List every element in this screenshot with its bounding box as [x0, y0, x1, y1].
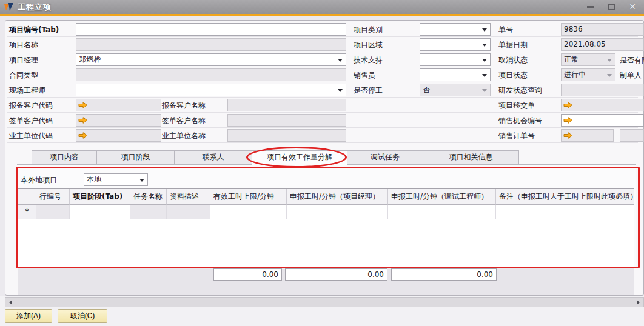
- cancel-button[interactable]: 取消(C): [58, 309, 107, 323]
- label-project-manager: 项目经理: [9, 54, 38, 66]
- grid-cell-remark[interactable]: [496, 205, 634, 219]
- grid-cell-declared-hours-engineer[interactable]: [388, 205, 496, 219]
- tab-project-related-info[interactable]: 项目相关信息: [423, 150, 519, 164]
- combo-salesperson[interactable]: [420, 68, 491, 81]
- tab-project-phase[interactable]: 项目阶段: [96, 150, 175, 164]
- tab-contacts[interactable]: 联系人: [174, 150, 252, 164]
- tab-project-content[interactable]: 项目内容: [32, 150, 97, 164]
- total-max-hours: 0.00: [213, 268, 282, 281]
- tab-effective-workload[interactable]: 项目有效工作量分解: [252, 150, 347, 165]
- grid-header-declared-hours-engineer[interactable]: 申报工时/分钟（调试工程师）: [388, 189, 496, 205]
- cancel-button-label-end: ): [92, 311, 95, 320]
- label-signed-customer-name: 签单客户名称: [162, 115, 206, 127]
- link-arrow-icon[interactable]: [563, 116, 573, 124]
- combo-is-stopped: 否: [420, 84, 491, 96]
- row-divider: [7, 142, 638, 143]
- field-doc-number: 9836: [561, 23, 644, 36]
- combo-project-manager[interactable]: 郑熠桦: [76, 53, 346, 66]
- row-divider: [7, 112, 638, 113]
- label-has-attachment: 是否有附件: [620, 54, 644, 66]
- input-project-name: [76, 38, 346, 51]
- scroll-left-icon[interactable]: [9, 300, 12, 305]
- grid-header-project-phase[interactable]: 项目阶段(Tab): [70, 189, 130, 205]
- grid-header-max-hours[interactable]: 有效工时上限/分钟: [210, 189, 287, 205]
- label-project-status: 项目状态: [498, 69, 528, 81]
- grid-header-task-name[interactable]: 任务名称: [130, 189, 167, 205]
- combo-local-remote-project[interactable]: 本地: [84, 173, 148, 186]
- label-project-category: 项目类别: [354, 24, 383, 36]
- label-doc-creator: 制单人: [620, 69, 642, 81]
- link-arrow-icon[interactable]: [78, 131, 88, 139]
- label-reported-customer-name: 报备客户名称: [162, 99, 206, 111]
- grid-cell-project-phase[interactable]: [70, 205, 130, 219]
- total-declared-hours-engineer: 0.00: [391, 268, 497, 281]
- window-controls: [585, 0, 638, 14]
- grid-header-row-selector[interactable]: [18, 189, 36, 205]
- label-project-number: 项目编号(Tab): [9, 24, 59, 36]
- grid-cell-declared-hours-pm[interactable]: [287, 205, 388, 219]
- link-arrow-icon[interactable]: [563, 101, 573, 109]
- field-sales-opportunity-no[interactable]: [561, 114, 644, 127]
- grid-cell-max-hours[interactable]: [210, 205, 287, 219]
- combo-tech-support[interactable]: [420, 53, 491, 66]
- link-owner-unit-code[interactable]: 业主单位代码: [9, 130, 53, 142]
- app-logo-icon: [4, 2, 14, 12]
- field-project-transfer-doc: [561, 99, 644, 111]
- label-tech-support: 技术支持: [354, 54, 383, 66]
- label-sales-order-no: 销售订单号: [498, 130, 535, 142]
- add-button[interactable]: 添加(A): [5, 309, 52, 323]
- add-button-hotkey: A: [33, 311, 38, 320]
- label-cancel-status: 取消状态: [498, 54, 528, 66]
- input-contract-type: [76, 68, 346, 81]
- scroll-right-icon[interactable]: [637, 300, 640, 305]
- grid-cell-line-number: [36, 205, 70, 219]
- input-project-number[interactable]: [76, 23, 346, 36]
- grid-header-remark[interactable]: 备注（申报工时大于工时上限时此项必填）: [496, 189, 634, 205]
- application-window: 工程立项 项目编号(Tab) 项目名称 项目经理 郑熠桦 合同类型 现场工程师 …: [0, 0, 644, 326]
- maximize-button[interactable]: [606, 2, 617, 12]
- field-doc-date: 2021.08.05: [561, 38, 644, 51]
- maximize-icon: [608, 4, 615, 10]
- field-sales-order-no: [561, 129, 614, 142]
- field-sales-order-no-extra: [620, 129, 644, 142]
- grid-new-row-marker[interactable]: *: [18, 205, 36, 219]
- combo-project-category[interactable]: [420, 23, 491, 36]
- field-owner-unit-code: [76, 129, 161, 142]
- link-owner-unit-name[interactable]: 业主单位名称: [162, 130, 206, 142]
- label-sales-opportunity-no: 销售机会编号: [498, 115, 542, 127]
- minimize-icon: [587, 6, 594, 8]
- field-signed-customer-name: [227, 114, 346, 127]
- combo-project-region[interactable]: [420, 38, 491, 51]
- label-rd-status-query: 研发状态查询: [498, 84, 542, 96]
- grid-header-line-number[interactable]: 行编号: [36, 189, 70, 205]
- label-salesperson: 销售员: [354, 69, 375, 81]
- minimize-button[interactable]: [585, 2, 595, 12]
- label-doc-date: 单据日期: [498, 39, 528, 51]
- label-reported-customer-code: 报备客户代码: [9, 99, 53, 111]
- link-arrow-icon[interactable]: [78, 116, 88, 124]
- grid-header-material-desc[interactable]: 资料描述: [167, 189, 210, 205]
- combo-project-status: 进行中: [561, 68, 615, 81]
- field-reported-customer-code: [76, 99, 161, 111]
- row-divider: [7, 67, 638, 67]
- field-reported-customer-name: [227, 99, 346, 111]
- horizontal-scrollbar[interactable]: [5, 297, 644, 307]
- grid-header-declared-hours-pm[interactable]: 申报工时/分钟（项目经理）: [287, 189, 388, 205]
- label-project-region: 项目区域: [354, 39, 383, 51]
- cancel-button-label: 取消(: [70, 311, 87, 320]
- field-signed-customer-code: [76, 114, 161, 127]
- tab-debug-tasks[interactable]: 调试任务: [347, 150, 423, 164]
- label-doc-number: 单号: [498, 24, 513, 36]
- row-divider: [7, 82, 638, 82]
- window-title: 工程立项: [18, 2, 52, 13]
- label-project-transfer-doc: 项目移交单: [498, 99, 535, 111]
- row-divider: [7, 52, 638, 52]
- link-arrow-icon[interactable]: [563, 131, 573, 139]
- combo-site-engineer[interactable]: [76, 84, 346, 96]
- window-titlebar[interactable]: 工程立项: [0, 0, 644, 14]
- link-arrow-icon[interactable]: [78, 101, 88, 109]
- label-is-stopped: 是否停工: [354, 84, 383, 96]
- close-button[interactable]: [627, 2, 638, 12]
- close-icon: [629, 2, 636, 12]
- combo-cancel-status: 正常: [561, 53, 615, 66]
